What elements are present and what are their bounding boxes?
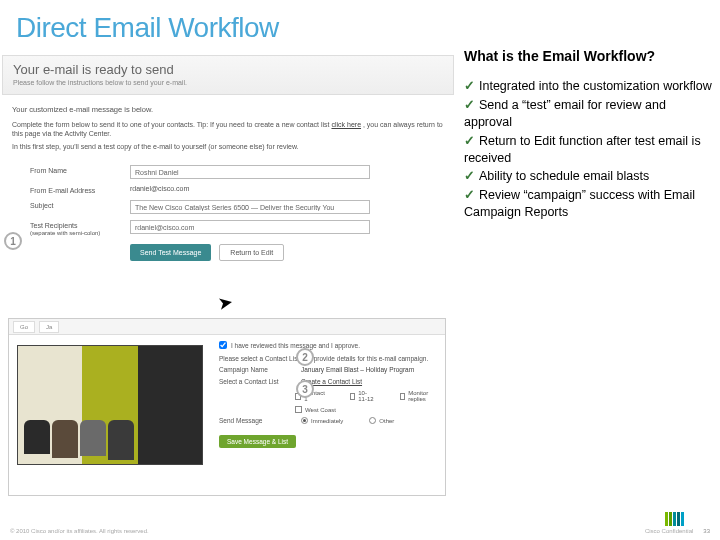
return-edit-button[interactable]: Return to Edit (219, 244, 284, 261)
check-icon: ✓ (464, 134, 475, 148)
feature-item: ✓Ability to schedule email blasts (464, 168, 714, 185)
callout-2: 2 (296, 348, 314, 366)
other-radio[interactable] (369, 417, 376, 424)
body-lead: Your customized e-mail message is below. (12, 105, 444, 114)
subject-input[interactable] (130, 200, 370, 214)
ss-form: I have reviewed this message and I appro… (211, 335, 445, 495)
ready-banner: Your e-mail is ready to send Please foll… (2, 55, 454, 95)
immediately-radio[interactable] (301, 417, 308, 424)
cursor-icon: ➤ (216, 291, 235, 315)
check-icon: ✓ (464, 188, 475, 202)
callout-3: 3 (296, 380, 314, 398)
approve-checkbox[interactable] (219, 341, 227, 349)
ss-lead: Please select a Contact List and provide… (219, 355, 437, 362)
opt4-checkbox[interactable] (295, 406, 302, 413)
recipients-label: Test Recipients (separate with semi-colo… (30, 220, 130, 236)
click-here-link[interactable]: click here (331, 121, 361, 128)
person-silhouette (80, 420, 106, 456)
form-area: From Name From E-mail Address rdaniel@ci… (2, 161, 454, 261)
send-test-button[interactable]: Send Test Message (130, 244, 211, 261)
campaign-name-label: Campaign Name (219, 366, 295, 373)
right-heading: What is the Email Workflow? (464, 48, 714, 64)
send-message-label: Send Message (219, 417, 295, 424)
ss-tab-go[interactable]: Go (13, 321, 35, 333)
callout-1: 1 (4, 232, 22, 250)
select-list-label: Select a Contact List (219, 378, 295, 385)
save-message-button[interactable]: Save Message & List (219, 435, 296, 448)
from-name-input[interactable] (130, 165, 370, 179)
body-para1: Complete the form below to send it to on… (12, 120, 444, 138)
banner-heading: Your e-mail is ready to send (13, 62, 443, 77)
from-name-label: From Name (30, 165, 130, 174)
check-icon: ✓ (464, 169, 475, 183)
slide-title: Direct Email Workflow (0, 0, 720, 52)
ss-tabs: Go Ja (9, 319, 445, 335)
body-text: Your customized e-mail message is below.… (2, 95, 454, 161)
confidential-text: Cisco Confidential (645, 528, 693, 534)
page-number: 33 (703, 528, 710, 534)
check-icon: ✓ (464, 79, 475, 93)
check-icon: ✓ (464, 98, 475, 112)
feature-item: ✓Send a “test” email for review and appr… (464, 97, 714, 131)
person-silhouette (108, 420, 134, 460)
second-screenshot: Go Ja I have reviewed this message and I… (8, 318, 446, 496)
opt3-checkbox[interactable] (400, 393, 406, 400)
meeting-photo (17, 345, 203, 465)
from-email-value: rdaniel@cisco.com (130, 185, 370, 192)
ss-tab-ja[interactable]: Ja (39, 321, 59, 333)
recipients-input[interactable] (130, 220, 370, 234)
footer: © 2010 Cisco and/or its affiliates. All … (0, 528, 720, 534)
subject-label: Subject (30, 200, 130, 209)
opt2-checkbox[interactable] (350, 393, 356, 400)
feature-item: ✓Review “campaign” success with Email Ca… (464, 187, 714, 221)
feature-item: ✓Integrated into the customization workf… (464, 78, 714, 95)
banner-sub: Please follow the instructions below to … (13, 79, 443, 86)
left-column: Your e-mail is ready to send Please foll… (2, 55, 454, 261)
approve-label: I have reviewed this message and I appro… (231, 342, 360, 349)
right-column: What is the Email Workflow? ✓Integrated … (460, 48, 718, 223)
campaign-name-value: January Email Blast – Holiday Program (301, 366, 414, 373)
feature-item: ✓Return to Edit function after test emai… (464, 133, 714, 167)
person-silhouette (52, 420, 78, 458)
from-email-label: From E-mail Address (30, 185, 130, 194)
copyright-text: © 2010 Cisco and/or its affiliates. All … (10, 528, 149, 534)
body-para2: In this first step, you'll send a test c… (12, 142, 444, 151)
brand-stripes (664, 512, 684, 526)
person-silhouette (24, 420, 50, 454)
